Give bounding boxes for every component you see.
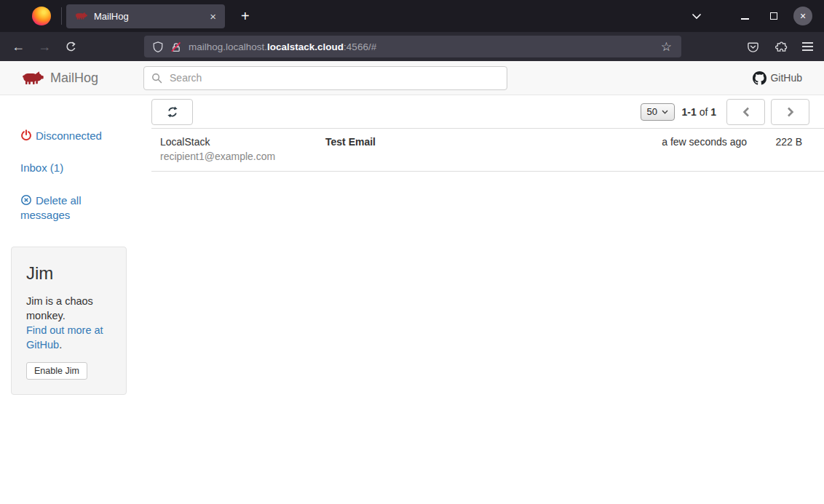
chevron-left-icon <box>742 107 750 117</box>
mailhog-favicon <box>75 12 87 20</box>
browser-tab-bar: MailHog × + × <box>0 0 824 32</box>
bookmark-star-icon[interactable]: ☆ <box>659 39 673 55</box>
page-size-value: 50 <box>647 106 657 117</box>
minimize-button[interactable] <box>735 7 754 25</box>
select-chevron-down-icon <box>662 110 668 114</box>
inbox-label: Inbox (1) <box>20 161 63 174</box>
back-button[interactable]: ← <box>7 36 29 57</box>
power-icon <box>20 129 32 141</box>
browser-nav-bar: ← → mailhog.localhost.localstack.cloud:4… <box>0 32 824 61</box>
mailhog-header: MailHog GitHub <box>0 61 824 95</box>
jim-link-period: . <box>59 339 62 351</box>
jim-description: Jim is a chaos monkey. <box>26 295 93 321</box>
window-controls: × <box>687 7 812 25</box>
tab-separator <box>61 7 62 25</box>
url-suffix: :4566/# <box>344 41 376 52</box>
message-recipient: recipient1@example.com <box>160 149 325 164</box>
mailhog-pig-logo <box>22 71 44 86</box>
menu-hamburger-icon[interactable] <box>799 39 817 54</box>
refresh-button[interactable] <box>151 99 193 125</box>
github-label: GitHub <box>770 72 802 84</box>
message-size: 222 B <box>747 135 809 164</box>
sidebar-item-delete-all[interactable]: Delete all messages <box>20 193 108 223</box>
github-link[interactable]: GitHub <box>753 71 802 85</box>
github-icon <box>753 71 766 85</box>
firefox-icon[interactable] <box>32 7 51 25</box>
count-of: of <box>700 106 708 118</box>
jim-panel: Jim Jim is a chaos monkey. Find out more… <box>11 247 127 395</box>
message-subject: Test Email <box>325 135 662 164</box>
tab-title: MailHog <box>94 11 201 22</box>
reload-button[interactable] <box>60 36 82 57</box>
tab-close-icon[interactable]: × <box>207 10 218 23</box>
search-box <box>143 66 507 90</box>
count-total: 1 <box>710 106 716 118</box>
search-icon <box>151 73 162 84</box>
tab-mailhog[interactable]: MailHog × <box>66 4 225 28</box>
search-input[interactable] <box>168 71 499 84</box>
window-close-button[interactable]: × <box>793 7 812 25</box>
tab-list-chevron-down-icon[interactable] <box>687 7 706 25</box>
extensions-puzzle-icon[interactable] <box>770 36 792 57</box>
message-from-name: LocalStack <box>160 135 325 149</box>
message-row[interactable]: LocalStack recipient1@example.com Test E… <box>151 129 824 172</box>
message-list-pane: 50 1-1 of 1 LocalStack recipient1@exampl… <box>138 95 824 504</box>
insecure-lock-icon[interactable] <box>170 41 182 53</box>
jim-github-link[interactable]: Find out more at GitHub <box>26 324 103 351</box>
new-tab-button[interactable]: + <box>235 8 255 25</box>
jim-title: Jim <box>26 263 111 284</box>
url-text[interactable]: mailhog.localhost.localstack.cloud:4566/… <box>189 41 653 52</box>
shield-icon[interactable] <box>152 41 164 53</box>
chevron-right-icon <box>787 107 794 117</box>
sidebar: Disconnected Inbox (1) Delete all messag… <box>0 95 138 504</box>
nav-right-icons <box>742 36 817 57</box>
pocket-icon[interactable] <box>742 36 764 57</box>
sidebar-item-inbox[interactable]: Inbox (1) <box>20 161 138 174</box>
forward-button: → <box>33 36 55 57</box>
message-time: a few seconds ago <box>662 135 747 164</box>
status-label: Disconnected <box>36 129 102 142</box>
message-from: LocalStack recipient1@example.com <box>160 135 325 164</box>
next-page-button[interactable] <box>771 99 809 125</box>
mailhog-brand[interactable]: MailHog <box>22 71 98 86</box>
url-domain: localstack.cloud <box>267 41 344 52</box>
pagination: 50 1-1 of 1 <box>641 99 810 125</box>
list-toolbar: 50 1-1 of 1 <box>151 95 824 129</box>
url-bar[interactable]: mailhog.localhost.localstack.cloud:4566/… <box>144 36 681 57</box>
refresh-icon <box>166 105 179 119</box>
brand-name: MailHog <box>50 71 98 86</box>
enable-jim-button[interactable]: Enable Jim <box>26 362 87 380</box>
maximize-button[interactable] <box>764 7 783 25</box>
count-range: 1-1 <box>682 106 697 118</box>
page-content: Disconnected Inbox (1) Delete all messag… <box>0 95 824 504</box>
page-size-select[interactable]: 50 <box>641 103 675 121</box>
result-count: 1-1 of 1 <box>682 106 717 118</box>
url-prefix: mailhog.localhost. <box>189 41 267 52</box>
delete-circle-x-icon <box>20 194 32 206</box>
prev-page-button[interactable] <box>726 99 765 125</box>
connection-status-link[interactable]: Disconnected <box>20 129 138 142</box>
